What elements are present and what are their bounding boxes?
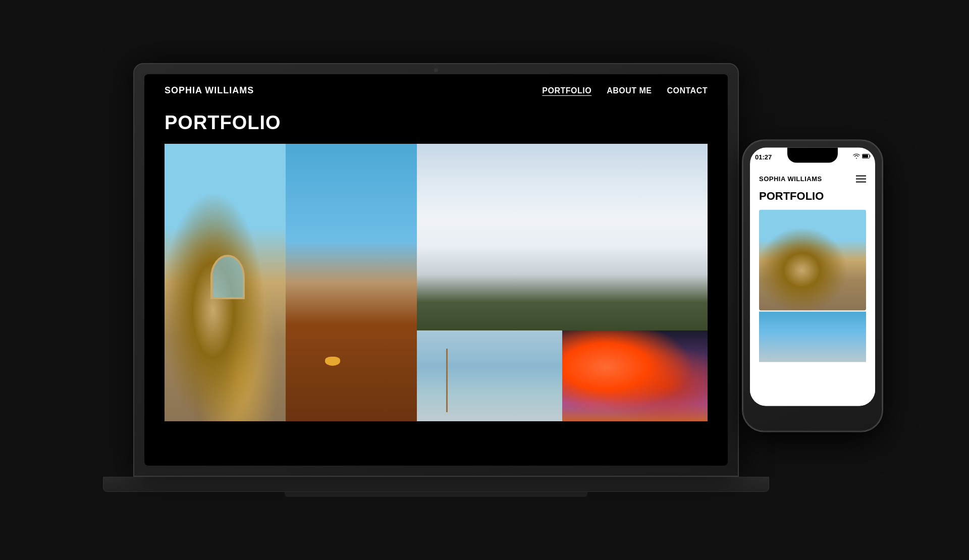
laptop-base	[103, 477, 769, 492]
hamburger-line-3	[856, 181, 866, 182]
wifi-icon	[853, 154, 860, 160]
portfolio-item-4a[interactable]	[417, 330, 562, 421]
portfolio-item-4b[interactable]	[562, 330, 708, 421]
site-header: SOPHIA WILLIAMS PORTFOLIO ABOUT ME CONTA…	[144, 74, 728, 107]
phone-header: SOPHIA WILLIAMS	[750, 166, 875, 188]
portfolio-item-1[interactable]	[165, 144, 286, 421]
hamburger-line-1	[856, 175, 866, 176]
phone-gallery	[759, 210, 866, 362]
laptop-device: SOPHIA WILLIAMS PORTFOLIO ABOUT ME CONTA…	[133, 63, 739, 497]
phone-notch	[787, 148, 838, 163]
nav-about[interactable]: ABOUT ME	[607, 86, 652, 95]
portfolio-item-3[interactable]	[417, 144, 708, 330]
battery-icon	[862, 154, 871, 160]
hamburger-menu[interactable]	[856, 175, 866, 182]
site-logo[interactable]: SOPHIA WILLIAMS	[165, 85, 254, 96]
laptop-screen: SOPHIA WILLIAMS PORTFOLIO ABOUT ME CONTA…	[144, 74, 728, 466]
scene: SOPHIA WILLIAMS PORTFOLIO ABOUT ME CONTA…	[0, 0, 969, 560]
hamburger-line-2	[856, 178, 866, 179]
photo-arch	[165, 144, 286, 421]
site-content: PORTFOLIO	[144, 107, 728, 436]
photo-snow-mountain	[417, 144, 708, 330]
photo-cat-terrace	[286, 144, 417, 421]
laptop-website: SOPHIA WILLIAMS PORTFOLIO ABOUT ME CONTA…	[144, 74, 728, 466]
photo-clouds	[562, 330, 708, 421]
phone-time: 01:27	[754, 153, 772, 160]
phone-page-title: PORTFOLIO	[759, 190, 866, 203]
phone-website: SOPHIA WILLIAMS PORTFOLIO	[750, 166, 875, 406]
portfolio-item-4-container	[417, 330, 708, 421]
phone-logo[interactable]: SOPHIA WILLIAMS	[759, 175, 822, 183]
phone-photo-sea[interactable]	[759, 312, 866, 362]
portfolio-item-2[interactable]	[286, 144, 417, 421]
phone-device: 01:27	[742, 140, 883, 432]
svg-rect-1	[863, 155, 868, 158]
phone-body: 01:27	[742, 140, 883, 432]
phone-content: PORTFOLIO	[750, 188, 875, 367]
photo-flowers	[417, 330, 562, 421]
phone-screen: 01:27	[750, 148, 875, 406]
phone-status-icons	[853, 154, 871, 160]
site-nav: PORTFOLIO ABOUT ME CONTACT	[542, 86, 708, 95]
laptop-camera	[434, 68, 438, 72]
nav-contact[interactable]: CONTACT	[667, 86, 708, 95]
page-title: PORTFOLIO	[165, 112, 708, 134]
nav-portfolio[interactable]: PORTFOLIO	[542, 86, 591, 95]
phone-photo-arch[interactable]	[759, 210, 866, 311]
laptop-body: SOPHIA WILLIAMS PORTFOLIO ABOUT ME CONTA…	[133, 63, 739, 477]
portfolio-grid	[165, 144, 708, 426]
laptop-foot	[285, 492, 587, 497]
